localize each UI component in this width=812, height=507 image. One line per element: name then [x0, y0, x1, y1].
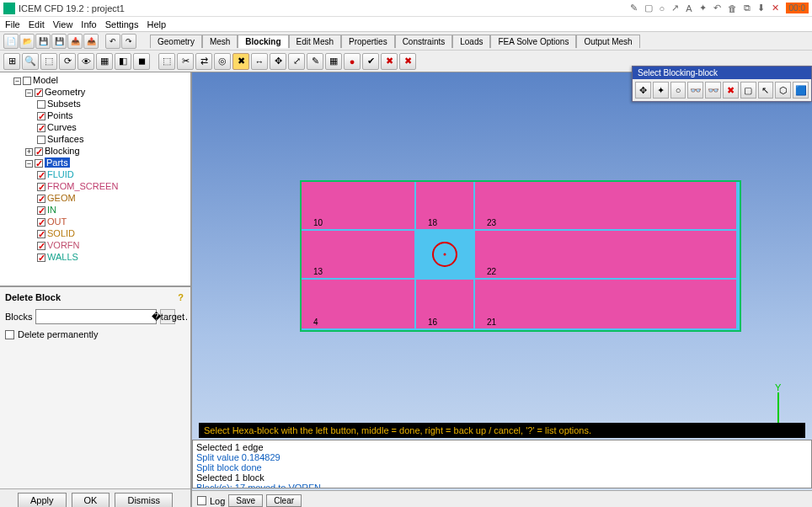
- pencil-icon[interactable]: ✎: [630, 3, 638, 13]
- tree-part-item[interactable]: GEOM: [47, 193, 76, 203]
- quality-icon[interactable]: ●: [344, 53, 361, 70]
- block-cell[interactable]: 21: [475, 280, 736, 328]
- tree-parts[interactable]: Parts: [45, 157, 70, 168]
- check-icon[interactable]: ✔: [362, 53, 379, 70]
- tab-mesh[interactable]: Mesh: [202, 35, 238, 48]
- open-icon[interactable]: 📂: [19, 34, 35, 49]
- refresh-icon[interactable]: ⟳: [59, 53, 76, 70]
- tree-checkbox[interactable]: [37, 112, 45, 120]
- select-cluster-icon[interactable]: ⬡: [775, 82, 791, 99]
- download-icon[interactable]: ⬇: [757, 3, 765, 13]
- block-cell[interactable]: 4: [302, 280, 416, 328]
- tree-part-item[interactable]: VORFN: [47, 240, 80, 250]
- perm-checkbox[interactable]: [5, 330, 14, 339]
- delete-block-icon[interactable]: ✖: [232, 53, 249, 70]
- tree-part-item[interactable]: OUT: [47, 216, 67, 227]
- tree-checkbox[interactable]: [37, 136, 45, 144]
- tree-part-item[interactable]: SOLID: [47, 228, 75, 238]
- tree-geometry[interactable]: Geometry: [45, 87, 85, 97]
- tab-loads[interactable]: Loads: [452, 35, 490, 48]
- tab-constraints[interactable]: Constraints: [395, 35, 453, 48]
- select-all-icon[interactable]: ✦: [653, 82, 669, 99]
- view-icon[interactable]: 👁: [77, 53, 94, 70]
- log-checkbox[interactable]: [197, 496, 206, 505]
- delete-icon[interactable]: ✖: [381, 53, 398, 70]
- block-cell[interactable]: 18: [416, 182, 475, 229]
- menu-view[interactable]: View: [53, 19, 73, 29]
- tree-part-item[interactable]: IN: [47, 205, 56, 215]
- new-icon[interactable]: 📄: [3, 34, 19, 49]
- dismiss-button[interactable]: Dismiss: [115, 493, 173, 508]
- block-cell[interactable]: 22: [475, 231, 736, 278]
- tree-item[interactable]: Subsets: [47, 99, 81, 109]
- tab-blocking[interactable]: Blocking: [238, 35, 288, 48]
- tab-geometry[interactable]: Geometry: [150, 35, 202, 48]
- select-arrow-icon[interactable]: ↖: [758, 82, 774, 99]
- tree-blocking[interactable]: Blocking: [45, 146, 80, 156]
- close-icon[interactable]: ✕: [772, 3, 779, 13]
- undo-tool-icon[interactable]: ↶: [105, 34, 120, 49]
- import-icon[interactable]: 📥: [67, 34, 83, 49]
- help-icon[interactable]: ?: [178, 292, 184, 302]
- block-cell[interactable]: 10: [302, 182, 416, 229]
- export-icon[interactable]: 📤: [83, 34, 99, 49]
- premesh-icon[interactable]: ▦: [325, 53, 342, 70]
- tree-checkbox[interactable]: [37, 230, 45, 238]
- delete2-icon[interactable]: ✖: [399, 53, 416, 70]
- blocking-grid[interactable]: 10 18 23 13 22 4 16 21: [300, 180, 741, 332]
- menu-info[interactable]: Info: [81, 19, 96, 29]
- expand-icon[interactable]: −: [25, 89, 33, 97]
- expand-icon[interactable]: −: [25, 160, 33, 168]
- tree-root[interactable]: Model: [33, 75, 58, 85]
- model-tree[interactable]: −Model −Geometry Subsets Points Curves S…: [0, 72, 190, 287]
- tree-checkbox[interactable]: [37, 254, 45, 262]
- tree-checkbox[interactable]: [37, 171, 45, 179]
- tree-part-item[interactable]: WALLS: [47, 252, 78, 262]
- wireframe-icon[interactable]: ▦: [96, 53, 113, 70]
- blocks-input[interactable]: [35, 309, 157, 324]
- arrow-icon[interactable]: ↗: [671, 3, 679, 13]
- apply-button[interactable]: Apply: [18, 493, 67, 508]
- solid-icon[interactable]: ◼: [133, 53, 150, 70]
- tree-checkbox[interactable]: [37, 183, 45, 191]
- tree-checkbox[interactable]: [35, 147, 43, 156]
- block-cell[interactable]: 16: [416, 280, 475, 328]
- ok-button[interactable]: OK: [72, 493, 110, 508]
- square-icon[interactable]: ▢: [644, 3, 653, 13]
- tree-checkbox[interactable]: [37, 195, 45, 203]
- tree-item[interactable]: Points: [47, 110, 73, 120]
- block-cell[interactable]: 23: [475, 182, 736, 229]
- select-blocking-toolbar[interactable]: Select Blocking-block ✥ ✦ ○ 👓 👓 ✖ ▢ ↖ ⬡ …: [632, 66, 812, 102]
- zoom-icon[interactable]: 🔍: [22, 53, 39, 70]
- redo-tool-icon[interactable]: ↷: [121, 34, 136, 49]
- menu-settings[interactable]: Settings: [105, 19, 139, 29]
- select-box-icon[interactable]: ▢: [740, 82, 756, 99]
- split-block-icon[interactable]: ✂: [177, 53, 194, 70]
- select-mode-icon[interactable]: ✥: [635, 82, 651, 99]
- tree-part-item[interactable]: FLUID: [47, 169, 74, 179]
- undo-icon[interactable]: ↶: [713, 3, 721, 13]
- select-glasses-icon[interactable]: 👓: [687, 82, 703, 99]
- tab-properties[interactable]: Properties: [341, 35, 395, 48]
- tree-checkbox[interactable]: [35, 88, 43, 97]
- tree-checkbox[interactable]: [37, 218, 45, 227]
- text-icon[interactable]: A: [686, 3, 692, 13]
- transform-icon[interactable]: ⤢: [288, 53, 305, 70]
- more-icon[interactable]: …: [179, 312, 188, 322]
- saveall-icon[interactable]: 💾: [51, 34, 67, 49]
- select-glasses2-icon[interactable]: 👓: [705, 82, 721, 99]
- save-icon[interactable]: 💾: [35, 34, 51, 49]
- viewport-3d[interactable]: 10 18 23 13 22 4 16 21 Y Selec: [192, 72, 812, 507]
- fit-icon[interactable]: ⊞: [3, 53, 20, 70]
- tree-item[interactable]: Surfaces: [47, 134, 83, 144]
- circle-icon[interactable]: ○: [660, 3, 665, 13]
- menu-file[interactable]: File: [5, 19, 20, 29]
- tree-item[interactable]: Curves: [47, 122, 77, 132]
- block-cell[interactable]: 13: [302, 231, 416, 278]
- merge-icon[interactable]: ⇄: [195, 53, 212, 70]
- expand-icon[interactable]: −: [13, 77, 21, 85]
- tree-checkbox[interactable]: [37, 124, 45, 132]
- tab-output-mesh[interactable]: Output Mesh: [576, 35, 639, 48]
- menu-help[interactable]: Help: [147, 19, 166, 29]
- menu-edit[interactable]: Edit: [29, 19, 45, 29]
